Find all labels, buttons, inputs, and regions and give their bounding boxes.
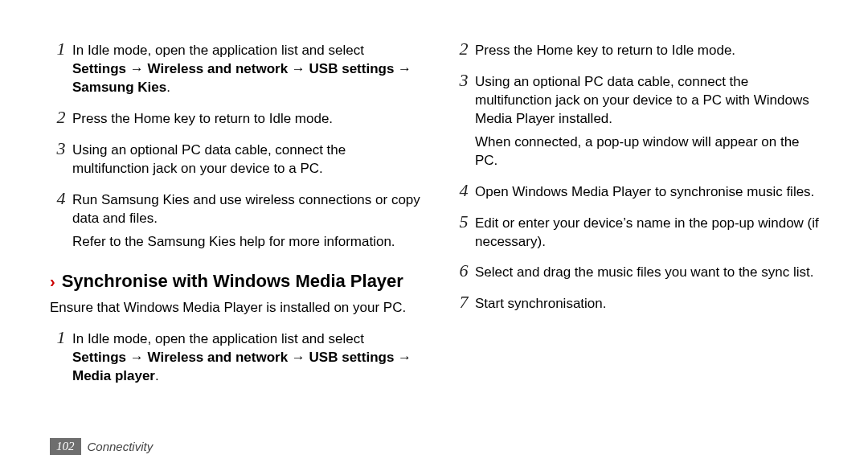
step: 4 Open Windows Media Player to synchroni… [452,180,823,202]
step: 5 Edit or enter your device’s name in th… [452,211,823,252]
step-text: Using an optional PC data cable, connect… [475,74,809,126]
step-text: Start synchronisation. [475,296,606,311]
page-number: 102 [50,438,81,455]
step: 1 In Idle mode, open the application lis… [50,327,420,386]
step-body: Press the Home key to return to Idle mod… [72,107,420,129]
step-body: Open Windows Media Player to synchronise… [475,180,823,202]
step: 2 Press the Home key to return to Idle m… [50,107,420,129]
step: 2 Press the Home key to return to Idle m… [452,39,823,60]
step-body: Run Samsung Kies and use wireless connec… [72,188,420,252]
step-text: Press the Home key to return to Idle mod… [475,43,735,58]
step: 1 In Idle mode, open the application lis… [50,39,420,97]
columns: 1 In Idle mode, open the application lis… [50,39,823,395]
step-text: Open Windows Media Player to synchronise… [475,184,814,199]
step: 6 Select and drag the music files you wa… [452,260,823,282]
step-tail: . [155,368,159,383]
step-number: 3 [452,70,475,89]
heading-text: Synchronise with Windows Media Player [62,270,420,293]
step-number: 3 [50,138,72,158]
page-footer: 102 Connectivity [50,438,153,455]
step: 7 Start synchronisation. [452,292,823,313]
step-body: Start synchronisation. [475,292,823,313]
step-number: 2 [50,107,72,126]
step-number: 1 [50,327,72,346]
step-number: 2 [452,39,475,58]
step-text: In Idle mode, open the application list … [72,331,364,346]
step-body: Edit or enter your device’s name in the … [475,211,823,252]
right-column: 2 Press the Home key to return to Idle m… [452,39,823,395]
step-number: 6 [452,260,475,280]
step-extra: Refer to the Samsung Kies help for more … [72,233,420,252]
step-number: 5 [452,211,475,231]
step-body: In Idle mode, open the application list … [72,39,420,97]
step-text: Select and drag the music files you want… [475,264,813,280]
step-text: Using an optional PC data cable, connect… [72,142,346,176]
step-number: 4 [50,188,72,207]
section-heading: › Synchronise with Windows Media Player [50,270,420,293]
step-body: Select and drag the music files you want… [475,260,823,282]
step-body: Using an optional PC data cable, connect… [475,70,823,170]
step-text: Run Samsung Kies and use wireless connec… [72,192,420,226]
step-body: Press the Home key to return to Idle mod… [475,39,823,60]
left-column: 1 In Idle mode, open the application lis… [50,39,420,395]
step-bold: Settings → Wireless and network → USB se… [72,61,411,95]
step-extra: When connected, a pop-up window will app… [475,133,823,170]
step-number: 7 [452,292,475,311]
step-text: Edit or enter your device’s name in the … [475,215,819,249]
step-number: 4 [452,180,475,199]
section-intro: Ensure that Windows Media Player is inst… [50,299,420,317]
step-body: In Idle mode, open the application list … [72,327,420,386]
chevron-right-icon: › [50,272,55,292]
page: 1 In Idle mode, open the application lis… [0,0,868,471]
step-body: Using an optional PC data cable, connect… [72,138,420,178]
step: 3 Using an optional PC data cable, conne… [452,70,823,170]
step-tail: . [166,80,170,95]
step-text: In Idle mode, open the application list … [72,43,364,58]
step: 4 Run Samsung Kies and use wireless conn… [50,188,420,252]
step-text: Press the Home key to return to Idle mod… [72,111,333,126]
step-bold: Settings → Wireless and network → USB se… [72,350,411,383]
chapter-label: Connectivity [88,440,154,453]
step: 3 Using an optional PC data cable, conne… [50,138,420,178]
step-number: 1 [50,39,72,58]
